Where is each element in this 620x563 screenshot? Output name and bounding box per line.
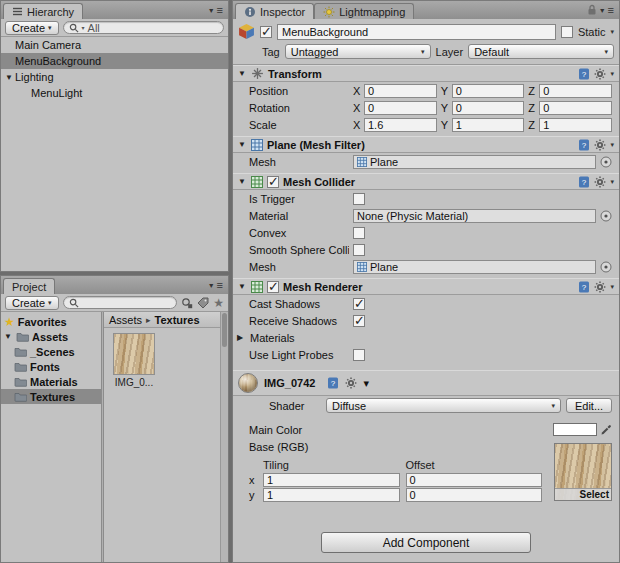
shader-dropdown[interactable]: Diffuse ▾ <box>326 398 561 413</box>
offset-y-field[interactable]: 0 <box>406 488 543 502</box>
mesh-object-field[interactable]: Plane <box>353 155 596 169</box>
gear-icon[interactable] <box>594 176 606 188</box>
hierarchy-search-input[interactable]: ▾ All <box>63 21 224 34</box>
help-doc-icon[interactable]: ? <box>578 281 590 293</box>
position-y-field[interactable]: 0 <box>452 84 525 98</box>
tab-hierarchy[interactable]: Hierarchy <box>3 3 83 19</box>
mesh-renderer-enabled-checkbox[interactable] <box>267 281 279 293</box>
search-by-label-icon[interactable] <box>197 297 209 309</box>
hierarchy-item-menubackground[interactable]: MenuBackground <box>1 53 228 69</box>
physic-material-object-field[interactable]: None (Physic Material) <box>353 209 596 223</box>
rotation-y-field[interactable]: 0 <box>452 101 525 115</box>
cast-shadows-checkbox[interactable] <box>353 298 365 310</box>
hierarchy-item-main-camera[interactable]: Main Camera <box>1 37 228 53</box>
gear-icon[interactable] <box>345 377 357 389</box>
collider-mesh-object-field[interactable]: Plane <box>353 260 596 274</box>
gear-icon[interactable] <box>594 281 606 293</box>
tiling-x-field[interactable]: 1 <box>263 473 400 487</box>
foldout-open-icon[interactable]: ▼ <box>3 73 15 82</box>
smooth-sphere-collision-checkbox[interactable] <box>353 244 365 256</box>
static-caret-icon[interactable]: ▾ <box>610 28 614 36</box>
project-create-button[interactable]: Create ▾ <box>5 296 59 310</box>
asset-item-img0742[interactable]: IMG_0... <box>108 333 160 388</box>
rotation-z-field[interactable]: 0 <box>539 101 612 115</box>
gameobject-name-input[interactable] <box>277 24 556 40</box>
hierarchy-item-menulight[interactable]: MenuLight <box>1 85 228 101</box>
project-scrollbar-thumb[interactable] <box>222 313 227 347</box>
project-favorites[interactable]: ★ Favorites <box>1 314 101 329</box>
layer-dropdown[interactable]: Default ▾ <box>468 44 614 59</box>
foldout-open-icon[interactable]: ▼ <box>4 332 13 341</box>
scale-z-field[interactable]: 1 <box>539 118 612 132</box>
mesh-renderer-header[interactable]: ▼ Mesh Renderer ? ▾ <box>233 278 619 295</box>
project-scrollbar[interactable] <box>220 312 228 562</box>
mesh-filter-header[interactable]: ▼ Plane (Mesh Filter) ? ▾ <box>233 136 619 153</box>
position-z-field[interactable]: 0 <box>539 84 612 98</box>
eyedropper-icon[interactable] <box>600 424 612 436</box>
scale-y-field[interactable]: 1 <box>452 118 525 132</box>
gear-icon[interactable] <box>594 68 606 80</box>
shader-edit-button[interactable]: Edit... <box>566 398 612 413</box>
gear-icon[interactable] <box>594 139 606 151</box>
is-trigger-checkbox[interactable] <box>353 193 365 205</box>
hierarchy-create-button[interactable]: Create ▾ <box>5 21 59 35</box>
tab-project[interactable]: Project <box>3 278 55 294</box>
help-doc-icon[interactable]: ? <box>578 176 590 188</box>
foldout-open-icon[interactable]: ▼ <box>238 140 247 149</box>
project-folder-materials[interactable]: Materials <box>1 374 101 389</box>
project-panel-menu-icon[interactable]: ▼ ≡ <box>204 279 228 294</box>
gear-caret-icon[interactable]: ▾ <box>363 377 369 390</box>
breadcrumb-root[interactable]: Assets <box>109 314 142 326</box>
help-doc-icon[interactable]: ? <box>578 139 590 151</box>
scale-x-field[interactable]: 1.6 <box>364 118 437 132</box>
static-checkbox[interactable] <box>561 26 573 38</box>
materials-foldout-row[interactable]: ▶ Materials <box>233 329 619 346</box>
tab-lightmapping[interactable]: Lightmapping <box>314 3 414 19</box>
panel-menu-caret-icon[interactable]: ▼ <box>599 7 606 14</box>
material-header[interactable]: IMG_0742 ? ▾ <box>233 370 619 396</box>
project-folder-assets[interactable]: ▼ Assets <box>1 329 101 344</box>
project-folder-scenes[interactable]: _Scenes <box>1 344 101 359</box>
hierarchy-panel-menu-icon[interactable]: ▼ ≡ <box>204 4 228 19</box>
receive-shadows-checkbox[interactable] <box>353 315 365 327</box>
help-doc-icon[interactable]: ? <box>578 68 590 80</box>
add-component-button[interactable]: Add Component <box>321 532 531 553</box>
help-doc-icon[interactable]: ? <box>327 377 339 389</box>
foldout-open-icon[interactable]: ▼ <box>238 282 247 291</box>
gear-caret-icon[interactable]: ▾ <box>610 141 614 149</box>
object-picker-icon[interactable] <box>600 156 612 168</box>
position-x-field[interactable]: 0 <box>364 84 437 98</box>
search-by-type-icon[interactable] <box>181 297 193 309</box>
lock-icon[interactable] <box>587 4 597 16</box>
mesh-collider-header[interactable]: ▼ Mesh Collider ? ▾ <box>233 173 619 190</box>
texture-select-button[interactable]: Select <box>555 488 611 500</box>
gear-caret-icon[interactable]: ▾ <box>610 283 614 291</box>
foldout-open-icon[interactable]: ▼ <box>238 177 247 186</box>
offset-x-field[interactable]: 0 <box>406 473 543 487</box>
panel-menu-hamburger-icon[interactable]: ≡ <box>608 4 614 16</box>
foldout-closed-icon[interactable]: ▶ <box>237 333 246 342</box>
asset-thumbnail[interactable] <box>113 333 155 375</box>
favorites-filter-icon[interactable]: ★ <box>213 298 224 308</box>
tag-dropdown[interactable]: Untagged ▾ <box>285 44 431 59</box>
main-color-swatch[interactable] <box>553 423 597 436</box>
object-picker-icon[interactable] <box>600 261 612 273</box>
gear-caret-icon[interactable]: ▾ <box>610 178 614 186</box>
rotation-x-field[interactable]: 0 <box>364 101 437 115</box>
breadcrumb-current[interactable]: Textures <box>155 314 200 326</box>
transform-header[interactable]: ▼ Transform ? ▾ <box>233 65 619 82</box>
tab-inspector[interactable]: Inspector <box>235 3 314 19</box>
use-light-probes-checkbox[interactable] <box>353 349 365 361</box>
gameobject-active-checkbox[interactable] <box>260 26 272 38</box>
project-search-input[interactable] <box>63 296 178 309</box>
foldout-open-icon[interactable]: ▼ <box>238 69 247 78</box>
hierarchy-item-lighting[interactable]: ▼ Lighting <box>1 69 228 85</box>
tiling-y-field[interactable]: 1 <box>263 488 400 502</box>
base-texture-thumbnail[interactable]: Select <box>554 443 612 501</box>
mesh-collider-enabled-checkbox[interactable] <box>267 176 279 188</box>
gear-caret-icon[interactable]: ▾ <box>610 70 614 78</box>
object-picker-icon[interactable] <box>600 210 612 222</box>
convex-checkbox[interactable] <box>353 227 365 239</box>
project-folder-textures[interactable]: Textures <box>1 389 101 404</box>
project-folder-fonts[interactable]: Fonts <box>1 359 101 374</box>
